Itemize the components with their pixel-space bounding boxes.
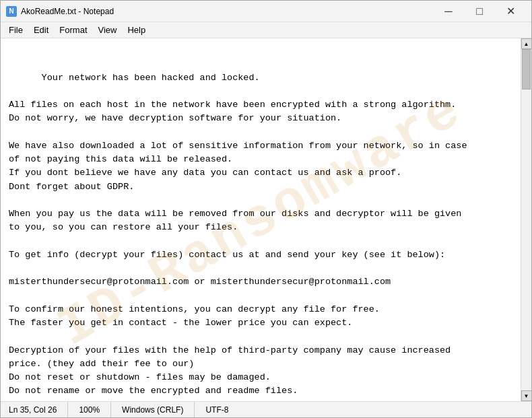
status-encoding: UTF-8	[195, 402, 239, 417]
text-editor[interactable]: ID-Ransomware Your network has been hack…	[1, 38, 521, 401]
scrollbar[interactable]: ▲ ▼	[521, 38, 531, 401]
notepad-window: N AkoReadMe.txt - Notepad ─ □ ✕ File Edi…	[0, 0, 532, 418]
app-icon-label: N	[9, 7, 13, 15]
window-controls: ─ □ ✕	[433, 1, 526, 22]
status-line-col: Ln 35, Col 26	[6, 402, 68, 417]
line-ending-text: Windows (CRLF)	[122, 405, 183, 415]
maximize-button[interactable]: □	[464, 1, 495, 22]
status-line-ending: Windows (CRLF)	[111, 402, 195, 417]
scrollbar-track[interactable]	[521, 49, 531, 390]
content-area: ID-Ransomware Your network has been hack…	[1, 38, 531, 401]
title-bar: N AkoReadMe.txt - Notepad ─ □ ✕	[1, 1, 531, 22]
menu-edit[interactable]: Edit	[28, 24, 54, 36]
window-title: AkoReadMe.txt - Notepad	[21, 7, 433, 16]
scroll-down-button[interactable]: ▼	[521, 390, 532, 401]
zoom-text: 100%	[79, 405, 100, 415]
status-zoom: 100%	[68, 402, 111, 417]
menu-format[interactable]: Format	[54, 24, 92, 36]
menu-file[interactable]: File	[3, 24, 28, 36]
close-button[interactable]: ✕	[495, 1, 526, 22]
status-bar: Ln 35, Col 26 100% Windows (CRLF) UTF-8	[1, 401, 531, 417]
menu-help[interactable]: Help	[122, 24, 151, 36]
scroll-up-button[interactable]: ▲	[521, 38, 532, 49]
minimize-button[interactable]: ─	[433, 1, 464, 22]
encoding-text: UTF-8	[205, 405, 228, 415]
menu-view[interactable]: View	[93, 24, 123, 36]
editor-content: Your network has been hacked and locked.…	[9, 73, 467, 402]
scrollbar-thumb[interactable]	[522, 49, 531, 90]
menu-bar: File Edit Format View Help	[1, 22, 531, 38]
app-icon: N	[6, 6, 17, 17]
line-col-text: Ln 35, Col 26	[9, 405, 57, 415]
